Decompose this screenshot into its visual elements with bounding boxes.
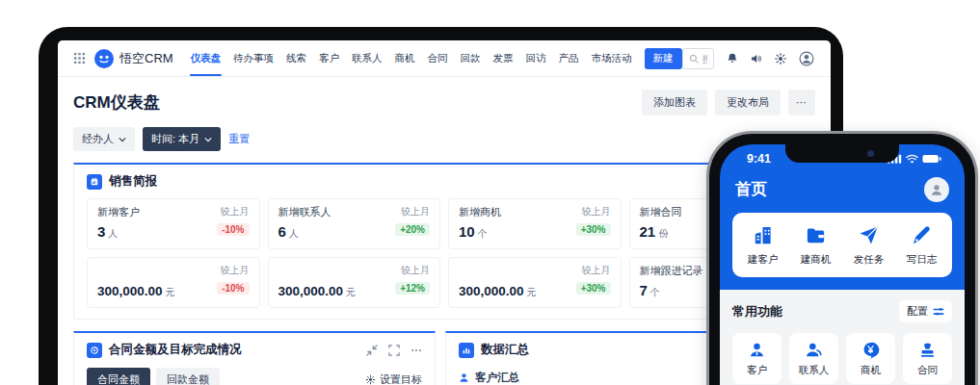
metric-value: 10 xyxy=(459,223,475,240)
metric-unit: 份 xyxy=(658,228,668,239)
more-icon[interactable] xyxy=(411,345,422,356)
metric-unit: 元 xyxy=(527,287,537,297)
tile-contacts[interactable]: 联系人 xyxy=(789,333,838,384)
person-headset-icon xyxy=(805,341,823,359)
metric-value: 6 xyxy=(278,223,286,240)
phone-page-title: 首页 xyxy=(735,179,767,200)
menu-item-contacts[interactable]: 联系人 xyxy=(349,40,385,76)
metric-title: 新增商机 xyxy=(459,205,501,219)
gear-icon[interactable] xyxy=(774,52,787,65)
set-target-label: 设置目标 xyxy=(380,372,422,385)
collapse-icon[interactable] xyxy=(366,345,378,356)
paper-plane-icon xyxy=(858,224,880,246)
yen-circle-icon xyxy=(861,341,880,359)
customer-summary-icon xyxy=(459,372,469,383)
create-new-button[interactable]: 新建 xyxy=(645,48,682,69)
contract-tabs: 合同金额 回款金额 设置目标 xyxy=(87,368,422,385)
phone-avatar[interactable] xyxy=(924,177,949,202)
stage: 悟空CRM 仪表盘 待办事项 线索 客户 联系人 商机 合同 回款 发票 回访 … xyxy=(0,0,980,385)
person-icon xyxy=(748,341,766,359)
menu-item-payments[interactable]: 回款 xyxy=(458,40,484,76)
tile-contracts[interactable]: 合同 xyxy=(903,333,952,384)
tab-payment-amount[interactable]: 回款金额 xyxy=(156,368,220,385)
phone-frame: 9:41 首页 建客户 建 xyxy=(709,134,975,385)
tile-label: 客户 xyxy=(747,364,767,377)
bell-icon[interactable] xyxy=(726,52,739,65)
menu-item-marketing[interactable]: 市场活动 xyxy=(589,40,635,76)
change-layout-button[interactable]: 更改布局 xyxy=(715,90,781,116)
tile-label: 联系人 xyxy=(799,364,830,377)
contract-panel-icon xyxy=(87,343,102,358)
time-filter[interactable]: 时间: 本月 xyxy=(143,127,221,151)
metric-title xyxy=(278,264,357,278)
trend-badge: +30% xyxy=(576,282,611,295)
quick-action-send-task[interactable]: 发任务 xyxy=(842,224,895,267)
quick-action-write-log[interactable]: 写日志 xyxy=(895,224,948,267)
common-functions-section: 常用功能 配置 客户 联系人 xyxy=(720,290,965,385)
bottom-panels: 合同金额及目标完成情况 合同金额 回款金额 设置目标 xyxy=(73,331,815,385)
phone-header: 首页 xyxy=(720,166,965,211)
metric-unit: 人 xyxy=(289,228,299,239)
camera-dot xyxy=(867,150,874,157)
menu-item-leads[interactable]: 线索 xyxy=(283,40,309,76)
brand-name: 悟空CRM xyxy=(119,50,173,67)
main-menu: 仪表盘 待办事项 线索 客户 联系人 商机 合同 回款 发票 回访 产品 市场活… xyxy=(188,40,635,76)
page-header: CRM仪表盘 添加图表 更改布局 ⋯ xyxy=(58,77,831,116)
fullscreen-icon[interactable] xyxy=(388,345,400,356)
wifi-icon xyxy=(906,154,918,164)
more-actions-button[interactable]: ⋯ xyxy=(788,90,815,116)
menu-item-contracts[interactable]: 合同 xyxy=(425,40,451,76)
metric-value: 21 xyxy=(640,223,656,240)
quick-action-new-customer[interactable]: 建客户 xyxy=(736,224,789,267)
nav-icons xyxy=(726,50,815,67)
user-avatar-icon[interactable] xyxy=(798,50,815,67)
reset-filters-link[interactable]: 重置 xyxy=(228,132,250,146)
quick-action-label: 建商机 xyxy=(801,253,832,267)
compare-label: 较上月 xyxy=(576,205,611,218)
page-title: CRM仪表盘 xyxy=(73,91,160,114)
tile-label: 合同 xyxy=(917,364,938,377)
metric-title xyxy=(459,264,537,278)
common-functions-title: 常用功能 xyxy=(732,303,782,321)
search-input[interactable] xyxy=(702,53,707,64)
wukong-logo-icon[interactable] xyxy=(94,49,114,68)
metric-title xyxy=(97,264,175,278)
search-box[interactable] xyxy=(682,48,714,69)
speaker-icon[interactable] xyxy=(750,52,763,65)
tile-customers[interactable]: 客户 xyxy=(732,333,781,384)
compare-label: 较上月 xyxy=(395,205,430,218)
time-filter-label: 时间: 本月 xyxy=(151,132,199,146)
menu-item-visits[interactable]: 回访 xyxy=(523,40,549,76)
metric-card-contract-amount: 300,000.00元 较上月 -10% xyxy=(87,257,260,308)
menu-item-products[interactable]: 产品 xyxy=(556,40,582,76)
briefcase-icon xyxy=(805,224,827,246)
metric-unit: 元 xyxy=(346,287,356,297)
set-target-button[interactable]: 设置目标 xyxy=(365,372,422,385)
menu-item-invoices[interactable]: 发票 xyxy=(490,40,516,76)
building-icon xyxy=(752,224,774,246)
menu-item-customers[interactable]: 客户 xyxy=(316,40,342,76)
sales-brief-panel: 销售简报 新增客户 3人 较上月 -10% 新增联系人 6人 较上月 +20% xyxy=(73,163,815,320)
trend-badge: +12% xyxy=(395,282,430,295)
tab-contract-amount[interactable]: 合同金额 xyxy=(87,368,150,385)
tile-opportunities[interactable]: 商机 xyxy=(846,333,895,384)
trend-badge: +20% xyxy=(395,223,430,236)
sliders-icon xyxy=(933,306,944,318)
app-grid-icon[interactable] xyxy=(73,52,86,64)
add-chart-button[interactable]: 添加图表 xyxy=(642,90,707,116)
owner-filter[interactable]: 经办人 xyxy=(73,127,135,151)
menu-item-todo[interactable]: 待办事项 xyxy=(230,40,277,76)
menu-item-dashboard[interactable]: 仪表盘 xyxy=(188,40,225,76)
compare-label: 较上月 xyxy=(395,264,430,277)
quick-action-label: 写日志 xyxy=(907,253,938,267)
menu-item-opportunities[interactable]: 商机 xyxy=(392,40,418,76)
metric-cards: 新增客户 3人 较上月 -10% 新增联系人 6人 较上月 +20% 新增商机 xyxy=(87,198,802,308)
metric-value: 7 xyxy=(640,282,648,298)
customer-summary-title: 客户汇总 xyxy=(475,371,519,385)
configure-button[interactable]: 配置 xyxy=(899,300,952,322)
contract-panel-title: 合同金额及目标完成情况 xyxy=(109,342,242,358)
quick-action-new-opportunity[interactable]: 建商机 xyxy=(789,224,842,267)
metric-title: 新增跟进记录 xyxy=(640,264,703,278)
metric-value: 300,000.00 xyxy=(278,284,344,298)
metric-card-opportunity-amount: 300,000.00元 较上月 +30% xyxy=(448,257,622,308)
